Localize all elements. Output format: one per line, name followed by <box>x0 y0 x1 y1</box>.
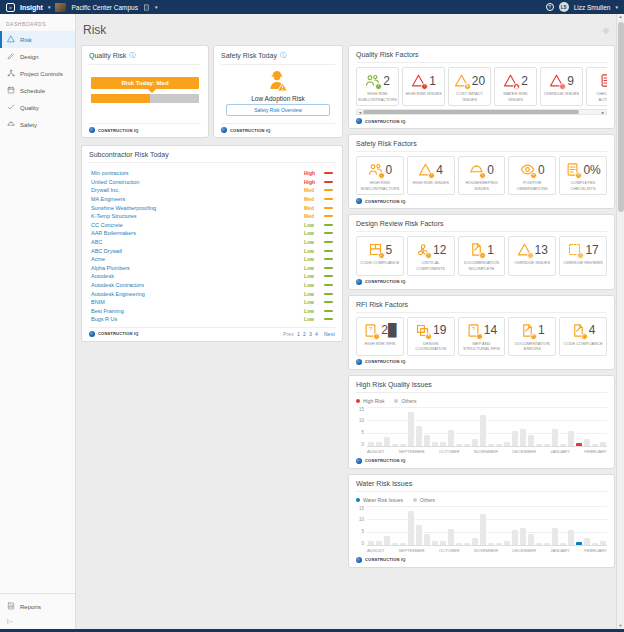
subcontractor-link[interactable]: BNIM <box>91 299 105 305</box>
factor-tile[interactable]: −1DOCUMENTATION INCOMPLETE <box>458 236 506 275</box>
factor-tiles: ✓5CODE COMPLIANCE!12CRITICAL COMPONENTS−… <box>356 236 607 275</box>
factor-tile[interactable]: ✓5CODE COMPLIANCE <box>356 236 404 275</box>
risk-level-label: Med <box>304 187 320 193</box>
legend-item[interactable]: Water Risk Issues <box>356 497 403 503</box>
cost-impact-icon: $ <box>454 73 469 88</box>
factor-tile[interactable]: $20COST IMPACT ISSUES <box>448 67 491 106</box>
sidebar-item-design[interactable]: Design <box>0 48 75 65</box>
factor-tile[interactable]: !0HIGH RISK SUBCONTRACTORS <box>356 156 404 195</box>
bar <box>368 541 374 545</box>
sidebar-item-schedule[interactable]: Schedule <box>0 82 75 99</box>
factor-tile[interactable]: !1HIGH RISK ISSUES <box>402 67 445 106</box>
legend-item[interactable]: Others <box>413 497 435 503</box>
construction-iq-icon <box>356 118 362 124</box>
mep-structural-rfis-icon: ?* <box>466 323 481 338</box>
subcontractor-link[interactable]: United Construction <box>91 179 139 185</box>
subcontractor-row: Sunshine WeatherproofingMed <box>91 203 333 212</box>
subcontractor-link[interactable]: AAR Boilermakers <box>91 230 136 236</box>
app-switcher[interactable]: Insight <box>20 4 43 11</box>
factor-tile[interactable]: ?*14MEP AND STRUCTURAL RFIS <box>458 317 506 356</box>
factor-tile[interactable]: +CHECKLIST ACTIVITY <box>586 67 607 106</box>
subcontractor-link[interactable]: Sunshine Weatherproofing <box>91 205 156 211</box>
subcontractor-link[interactable]: MA Engineers <box>91 196 125 202</box>
factor-tile[interactable]: 13OVERDUE ISSUES <box>508 236 556 275</box>
factor-tile[interactable]: ×19DESIGN COORDINATION <box>407 317 455 356</box>
user-menu[interactable]: Lizz Smullen <box>574 4 611 11</box>
svg-text:?: ? <box>369 325 373 332</box>
tile-value: 2 <box>383 74 390 88</box>
app-caret-icon[interactable]: ▾ <box>48 4 51 10</box>
pagination-page[interactable]: 3 <box>309 331 312 337</box>
sidebar-item-project-controls[interactable]: Project Controls <box>0 65 75 82</box>
subcontractor-link[interactable]: Autodesk Engineering <box>91 291 145 297</box>
subcontractor-link[interactable]: Bugs R Us <box>91 316 117 322</box>
high-risk-issues-icon: ! <box>418 162 433 177</box>
sidebar-item-risk[interactable]: Risk <box>0 31 75 48</box>
pagination-page[interactable]: 4 <box>315 331 318 337</box>
user-caret-icon[interactable]: ▾ <box>615 4 618 10</box>
bar <box>392 543 398 544</box>
y-axis: 151050 <box>356 407 364 447</box>
pagination-page[interactable]: 1 <box>297 331 300 337</box>
bar <box>392 444 398 445</box>
legend-item[interactable]: High Risk <box>356 398 384 404</box>
subcontractor-link[interactable]: Acme <box>91 256 105 262</box>
subcontractor-link[interactable]: Alpha Plumbers <box>91 265 130 271</box>
factor-tile[interactable]: !0HOUSEKEEPING ISSUES <box>458 156 506 195</box>
sidebar-collapse-icon[interactable]: |← <box>0 615 75 627</box>
subcontractor-link[interactable]: ABC Drywall <box>91 248 122 254</box>
bar <box>416 426 422 446</box>
factor-tile[interactable]: 2WATER RISK ISSUES <box>494 67 537 106</box>
sidebar-item-safety[interactable]: Safety <box>0 116 75 133</box>
factor-tile[interactable]: !2HIGH RISK SUBCONTRACTORS <box>356 67 399 106</box>
factor-tile[interactable]: !4HIGH RISK ISSUES <box>407 156 455 195</box>
tile-label: CRITICAL COMPONENTS <box>409 260 453 271</box>
info-icon[interactable]: ⓘ <box>280 51 286 60</box>
page-scrollbar[interactable]: ▲ ▼ <box>616 14 624 629</box>
pagination-page[interactable]: 2 <box>303 331 306 337</box>
tile-label: CODE COMPLIANCE <box>564 341 603 347</box>
pagination-prev[interactable]: Prev <box>283 331 294 337</box>
subcontractor-link[interactable]: ABC <box>91 239 102 245</box>
subcontractor-link[interactable]: CC Concrete <box>91 222 123 228</box>
bar <box>424 534 430 544</box>
construction-iq-badge: CONSTRUCTION IQ <box>98 331 139 336</box>
card-title: Subcontractor Risk Today <box>89 151 169 158</box>
factor-tile[interactable]: !12CRITICAL COMPONENTS <box>407 236 455 275</box>
scrollbar-thumb[interactable] <box>363 110 579 114</box>
subcontractor-link[interactable]: Autodesk Contractors <box>91 282 144 288</box>
avatar[interactable]: LS <box>559 2 569 12</box>
project-caret-icon[interactable]: ▾ <box>155 4 158 10</box>
sidebar-item-quality[interactable]: Quality <box>0 99 75 116</box>
risk-level-dash-icon <box>324 241 333 243</box>
bar <box>560 543 566 544</box>
info-icon[interactable]: ⓘ <box>129 51 135 60</box>
project-selector[interactable]: Pacific Center Campus <box>71 4 137 11</box>
scroll-right-icon[interactable]: ► <box>600 110 606 115</box>
legend-item[interactable]: Others <box>394 398 416 404</box>
construction-iq-icon <box>356 359 362 365</box>
bar <box>464 444 470 445</box>
safety-risk-overview-button[interactable]: Safety Risk Overview <box>226 104 331 116</box>
sidebar-item-reports[interactable]: Reports <box>0 598 75 615</box>
factor-tile[interactable]: +0POSITIVE OBSERVATIONS <box>508 156 556 195</box>
factor-tile[interactable]: ×1DOCUMENTATION ERRORS <box>508 317 556 356</box>
factor-tile[interactable]: 17OVERDUE REVIEWS <box>559 236 607 275</box>
risk-level-label: Low <box>304 282 320 288</box>
factor-tile[interactable]: ?!2█HIGH RISK RFIS <box>356 317 404 356</box>
construction-iq-icon <box>221 127 227 133</box>
help-icon[interactable]: ? <box>546 3 554 11</box>
scrollbar-thumb[interactable] <box>618 22 624 212</box>
factor-tile[interactable]: +0%COMPLETED CHECKLISTS <box>559 156 607 195</box>
pagination-next[interactable]: Next <box>324 331 335 337</box>
subcontractor-link[interactable]: Min contractors <box>91 170 129 176</box>
subcontractor-link[interactable]: Drywall Inc. <box>91 187 119 193</box>
subcontractor-link[interactable]: Autodesk <box>91 273 114 279</box>
subcontractor-link[interactable]: Best Framing <box>91 308 124 314</box>
settings-gear-icon[interactable] <box>602 21 610 39</box>
factor-tile[interactable]: 9OVERDUE ISSUES <box>540 67 583 106</box>
bar <box>408 412 414 446</box>
factor-tile[interactable]: ✓4CODE COMPLIANCE <box>559 317 607 356</box>
bar <box>440 442 446 446</box>
subcontractor-link[interactable]: K-Temp Structures <box>91 213 137 219</box>
